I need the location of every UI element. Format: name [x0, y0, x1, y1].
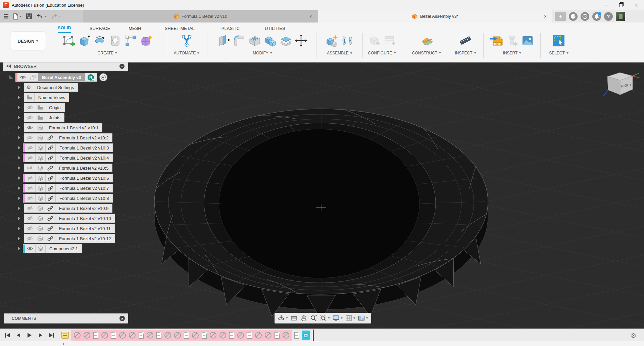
browser-minimize-button[interactable]: −	[119, 64, 125, 69]
browser-collapse-icon[interactable]	[6, 64, 11, 68]
timeline-feature-suppressed-icon[interactable]	[283, 332, 289, 339]
file-menu-button[interactable]	[11, 11, 23, 21]
expand-arrow-icon[interactable]	[18, 136, 20, 139]
revolve-button[interactable]	[92, 33, 107, 49]
browser-row[interactable]: Formula 1 Bezel v2 v10:5	[23, 164, 112, 172]
visibility-toggle[interactable]	[24, 124, 35, 132]
browser-row-label[interactable]: Document Settings	[33, 83, 78, 91]
timeline-feature-sketch-icon[interactable]	[184, 332, 189, 339]
insert-mcmaster-button[interactable]	[505, 33, 519, 49]
tab-close-button[interactable]: ×	[542, 13, 548, 19]
redo-button[interactable]	[49, 11, 62, 21]
browser-row[interactable]: Formula 1 Bezel v2 v10:2	[23, 133, 112, 142]
browser-row-label[interactable]: Formula 1 Bezel v2 v10:11	[55, 224, 114, 232]
design-workspace-dropdown[interactable]: DESIGN	[10, 32, 46, 50]
fit-button[interactable]	[319, 314, 330, 322]
browser-panel-header[interactable]: BROWSER −	[3, 61, 128, 71]
create-form-button[interactable]	[139, 33, 153, 49]
expand-arrow-icon[interactable]	[18, 247, 20, 250]
timeline-feature-suppressed-icon[interactable]	[84, 332, 90, 339]
notifications-button[interactable]	[592, 12, 601, 21]
hole-button[interactable]	[108, 33, 122, 49]
timeline-feature-suppressed-icon[interactable]	[210, 332, 216, 339]
timeline-feature-sketch-icon[interactable]	[294, 332, 299, 339]
measure-button[interactable]	[458, 33, 473, 49]
comments-bar[interactable]: COMMENTS	[4, 313, 128, 323]
grid-snaps-caret-icon[interactable]	[353, 317, 355, 319]
visibility-toggle[interactable]	[25, 194, 36, 202]
timeline-feature-sketch-icon[interactable]	[229, 332, 234, 339]
expand-arrow-icon[interactable]	[18, 106, 20, 109]
step-back-button[interactable]	[14, 331, 23, 340]
play-button[interactable]	[25, 331, 34, 340]
document-tab-active[interactable]: Bezel Assembly v3* ×	[318, 10, 552, 23]
fillet-button[interactable]	[232, 33, 247, 49]
automate-button[interactable]	[179, 33, 194, 49]
expand-arrow-icon[interactable]	[18, 227, 20, 230]
skip-to-end-button[interactable]	[47, 331, 56, 340]
timeline-feature-sketch-icon[interactable]	[93, 332, 98, 339]
construct-menu[interactable]: CONSTRUCT	[410, 51, 443, 55]
configure-menu[interactable]: CONFIGURE	[362, 51, 402, 55]
pattern-button[interactable]	[123, 33, 138, 49]
timeline-feature-sketch-icon[interactable]	[111, 332, 116, 339]
expand-arrow-icon[interactable]	[18, 116, 20, 119]
browser-row[interactable]: Component2:1	[23, 244, 82, 253]
timeline-feature-suppressed-icon[interactable]	[147, 332, 153, 339]
document-tab-inactive[interactable]: Formula 1 Bezel v2 v10 ×	[83, 10, 318, 23]
visibility-toggle[interactable]	[25, 245, 36, 253]
browser-row[interactable]: Formula 1 Bezel v2 v10:3	[23, 143, 113, 152]
extrude-button[interactable]	[77, 33, 92, 49]
visibility-toggle[interactable]	[24, 214, 35, 222]
select-button[interactable]	[551, 33, 566, 49]
browser-row[interactable]: Formula 1 Bezel v2 v10:12	[23, 234, 115, 243]
orbit-caret-icon[interactable]	[286, 317, 288, 319]
display-settings-button[interactable]	[332, 314, 343, 322]
browser-row-label[interactable]: Named Views	[35, 93, 69, 101]
extensions-button[interactable]	[569, 12, 578, 21]
visibility-toggle[interactable]	[24, 103, 35, 112]
pan-button[interactable]	[300, 314, 307, 322]
browser-row[interactable]: Formula 1 Bezel v2 v10:6	[23, 174, 113, 182]
visibility-toggle[interactable]	[24, 234, 35, 243]
browser-row[interactable]: Formula 1 Bezel v2 v10:8	[23, 194, 113, 203]
save-button[interactable]	[24, 11, 34, 21]
browser-row-label[interactable]: Origin	[45, 103, 64, 112]
app-grid-button[interactable]	[2, 11, 10, 21]
modify-menu[interactable]: MODIFY	[213, 51, 312, 55]
browser-row-label[interactable]: Formula 1 Bezel v2 v10:9	[55, 204, 112, 212]
orbit-button[interactable]	[278, 314, 288, 322]
browser-row[interactable]: Named Views	[23, 93, 69, 102]
configuration-button[interactable]	[367, 33, 382, 49]
expand-arrow-icon[interactable]	[18, 197, 20, 200]
look-at-button[interactable]	[290, 314, 298, 322]
browser-row[interactable]: Formula 1 Bezel v2 v10:10	[23, 214, 115, 223]
timeline-feature-suppressed-icon[interactable]	[164, 332, 171, 339]
visibility-toggle[interactable]	[24, 204, 35, 212]
browser-row-label[interactable]: Component2:1	[46, 245, 82, 253]
expand-arrow-icon[interactable]	[18, 237, 20, 240]
visibility-toggle[interactable]	[25, 154, 36, 162]
close-button[interactable]	[629, 0, 644, 10]
expand-arrow-icon[interactable]	[18, 146, 20, 149]
tab-sheet-metal[interactable]: SHEET METAL	[165, 26, 195, 33]
display-settings-caret-icon[interactable]	[341, 317, 343, 319]
timeline-feature-sketch-icon[interactable]	[247, 332, 252, 339]
timeline-feature-suppressed-icon[interactable]	[174, 332, 181, 339]
browser-row[interactable]: Formula 1 Bezel v2 v10:4	[23, 154, 113, 162]
browser-row[interactable]: ⚙Document Settings	[23, 83, 78, 92]
timeline-zoom-plus[interactable]: +	[62, 342, 65, 346]
job-status-button[interactable]	[581, 12, 589, 21]
insert-canvas-button[interactable]	[520, 33, 535, 49]
combine-button[interactable]	[263, 33, 278, 49]
new-tab-button[interactable]: +	[555, 12, 566, 21]
step-forward-button[interactable]	[36, 331, 45, 340]
avatar[interactable]	[616, 12, 625, 21]
browser-row-root[interactable]: Bezel Assembly v3N	[15, 73, 107, 82]
timeline-feature-component-active-icon[interactable]	[302, 331, 310, 340]
automate-menu[interactable]: AUTOMATE	[173, 51, 200, 55]
expand-arrow-icon[interactable]	[18, 176, 20, 180]
insert-menu[interactable]: INSERT	[485, 51, 539, 55]
browser-row[interactable]: Origin	[23, 103, 65, 112]
create-sketch-button[interactable]	[61, 33, 76, 49]
